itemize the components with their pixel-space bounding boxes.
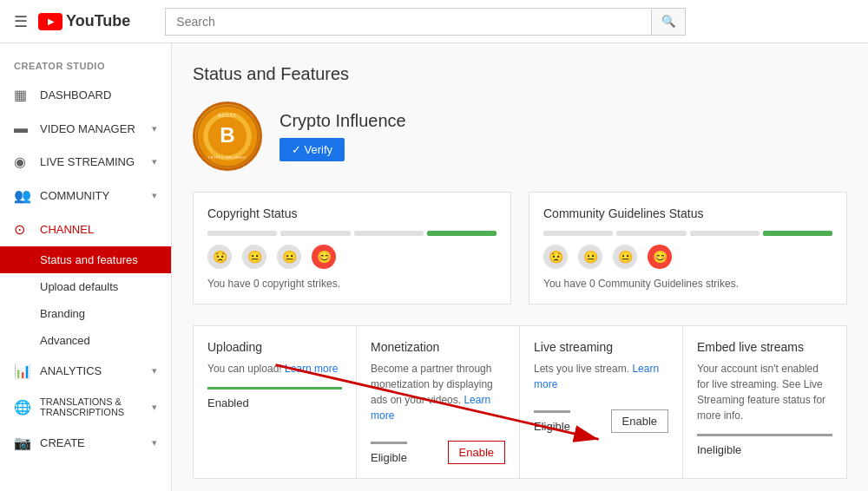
channel-icon: ⊙: [14, 221, 31, 238]
uploading-status: Enabled: [207, 387, 342, 409]
sidebar-item-label: DASHBOARD: [40, 88, 157, 101]
cg-face-3: 😐: [613, 245, 637, 269]
svg-text:B: B: [220, 123, 234, 147]
channel-name: Crypto Influence: [279, 111, 406, 131]
chevron-down-icon: ▾: [152, 365, 157, 376]
sidebar-item-channel[interactable]: ⊙ CHANNEL: [0, 213, 171, 246]
sidebar-item-analytics[interactable]: 📊 ANALYTICS ▾: [0, 354, 171, 388]
monetization-learn-more-link[interactable]: Learn more: [371, 394, 490, 422]
embed-live-streams-desc: Your account isn't enabled for live stre…: [697, 361, 832, 423]
monetization-title: Monetization: [371, 340, 505, 354]
status-segment-2: [280, 231, 350, 236]
main-content: Status and Features B BOOST CRYPTO INFLU…: [172, 43, 868, 491]
sidebar-item-label: COMMUNITY: [40, 189, 143, 202]
search-bar: 🔍: [165, 8, 686, 36]
status-segment-4: [427, 231, 496, 236]
uploading-title: Uploading: [207, 340, 342, 354]
youtube-logo[interactable]: YouTube: [38, 12, 130, 30]
status-row: Copyright Status 😟 😐 😐 😊 You have 0 copy…: [193, 192, 847, 304]
live-streaming-enable-button[interactable]: Enable: [611, 409, 668, 433]
channel-avatar-svg: B BOOST CRYPTO INFLUENCE: [195, 101, 260, 171]
copyright-strike-text: You have 0 copyright strikes.: [207, 278, 496, 290]
status-segment-3: [354, 231, 424, 236]
verify-button[interactable]: ✓ Verify: [279, 138, 345, 161]
analytics-icon: 📊: [14, 363, 31, 379]
feature-cards: Uploading You can upload! Learn more Ena…: [193, 325, 847, 479]
sidebar-sub-item-upload-defaults[interactable]: Upload defaults: [0, 273, 171, 300]
chevron-down-icon: ▾: [152, 190, 157, 201]
sidebar-item-label: LIVE STREAMING: [40, 155, 143, 168]
sidebar-sub-item-status-features[interactable]: Status and features: [0, 246, 171, 273]
live-streaming-status: Eligible: [534, 410, 570, 433]
monetization-status-row: Eligible Enable: [371, 434, 505, 464]
dashboard-icon: ▦: [14, 87, 31, 103]
cg-face-4-active: 😊: [648, 245, 672, 269]
cg-segment-1: [543, 231, 613, 236]
hamburger-icon[interactable]: ☰: [14, 12, 28, 31]
yt-logo-text: YouTube: [66, 12, 130, 30]
chevron-down-icon: ▾: [152, 402, 157, 413]
feature-card-embed-live-streams: Embed live streams Your account isn't en…: [683, 326, 846, 478]
video-manager-icon: ▬: [14, 121, 31, 136]
feature-cards-wrapper: Uploading You can upload! Learn more Ena…: [193, 325, 847, 479]
embed-live-streams-status: Ineligible: [697, 434, 832, 456]
sidebar-item-label: VIDEO MANAGER: [40, 122, 143, 135]
sidebar-item-create[interactable]: 📷 CREATE ▾: [0, 426, 171, 460]
sidebar-item-label: ANALYTICS: [40, 364, 143, 377]
channel-name-section: Crypto Influence ✓ Verify: [279, 111, 406, 161]
svg-text:CRYPTO INFLUENCE: CRYPTO INFLUENCE: [208, 156, 247, 160]
sidebar-item-label: TRANSLATIONS & TRANSCRIPTIONS: [40, 396, 143, 417]
sidebar: CREATOR STUDIO ▦ DASHBOARD ▬ VIDEO MANAG…: [0, 43, 172, 491]
face-1: 😟: [207, 245, 232, 269]
sidebar-item-video-manager[interactable]: ▬ VIDEO MANAGER ▾: [0, 112, 171, 145]
cg-faces-row: 😟 😐 😐 😊: [543, 245, 832, 269]
embed-live-streams-title: Embed live streams: [697, 340, 832, 354]
copyright-status-title: Copyright Status: [207, 206, 496, 220]
monetization-enable-button[interactable]: Enable: [448, 441, 505, 464]
channel-avatar: B BOOST CRYPTO INFLUENCE: [193, 101, 262, 171]
sidebar-sub-item-advanced[interactable]: Advanced: [0, 327, 171, 354]
cg-segment-3: [690, 231, 760, 236]
top-nav: ☰ YouTube 🔍: [0, 0, 868, 43]
live-streaming-icon: ◉: [14, 154, 31, 170]
channel-info: B BOOST CRYPTO INFLUENCE Crypto Influenc…: [193, 101, 847, 171]
feature-card-monetization: Monetization Become a partner through mo…: [357, 326, 520, 478]
sidebar-sub-item-branding[interactable]: Branding: [0, 300, 171, 327]
face-2: 😐: [242, 245, 266, 269]
community-icon: 👥: [14, 187, 31, 204]
community-guidelines-title: Community Guidelines Status: [543, 206, 832, 220]
search-button[interactable]: 🔍: [651, 8, 686, 36]
cg-segment-4: [763, 231, 832, 236]
community-guidelines-status-box: Community Guidelines Status 😟 😐 😐 😊 You …: [529, 192, 847, 304]
svg-text:BOOST: BOOST: [219, 114, 237, 118]
sidebar-item-label: CREATE: [40, 436, 143, 449]
search-input[interactable]: [165, 8, 651, 36]
sidebar-item-live-streaming[interactable]: ◉ LIVE STREAMING ▾: [0, 145, 171, 179]
status-faces-row: 😟 😐 😐 😊: [207, 245, 496, 269]
live-streaming-learn-more-link[interactable]: Learn more: [534, 363, 659, 390]
live-streaming-status-row: Eligible Enable: [534, 403, 668, 433]
status-segment-1: [207, 231, 277, 236]
creator-studio-label: CREATOR STUDIO: [0, 54, 171, 78]
page-title: Status and Features: [193, 64, 847, 84]
sidebar-item-translations[interactable]: 🌐 TRANSLATIONS & TRANSCRIPTIONS ▾: [0, 388, 171, 426]
layout: CREATOR STUDIO ▦ DASHBOARD ▬ VIDEO MANAG…: [0, 43, 868, 491]
face-4-active: 😊: [312, 245, 336, 269]
translations-icon: 🌐: [14, 399, 31, 416]
sidebar-item-label: CHANNEL: [40, 223, 157, 236]
chevron-down-icon: ▾: [152, 123, 157, 134]
live-streaming-desc: Lets you live stream. Learn more: [534, 361, 668, 392]
live-streaming-title: Live streaming: [534, 340, 668, 354]
chevron-down-icon: ▾: [152, 437, 157, 448]
monetization-desc: Become a partner through monetization by…: [371, 361, 505, 423]
search-icon: 🔍: [661, 15, 676, 28]
cg-face-2: 😐: [578, 245, 602, 269]
uploading-desc: You can upload! Learn more: [207, 361, 342, 376]
uploading-learn-more-link[interactable]: Learn more: [285, 363, 338, 375]
chevron-down-icon: ▾: [152, 156, 157, 167]
community-guidelines-strike-text: You have 0 Community Guidelines strikes.: [543, 278, 832, 290]
monetization-status: Eligible: [371, 442, 407, 464]
sidebar-item-dashboard[interactable]: ▦ DASHBOARD: [0, 78, 171, 112]
cg-segment-2: [616, 231, 686, 236]
sidebar-item-community[interactable]: 👥 COMMUNITY ▾: [0, 179, 171, 213]
